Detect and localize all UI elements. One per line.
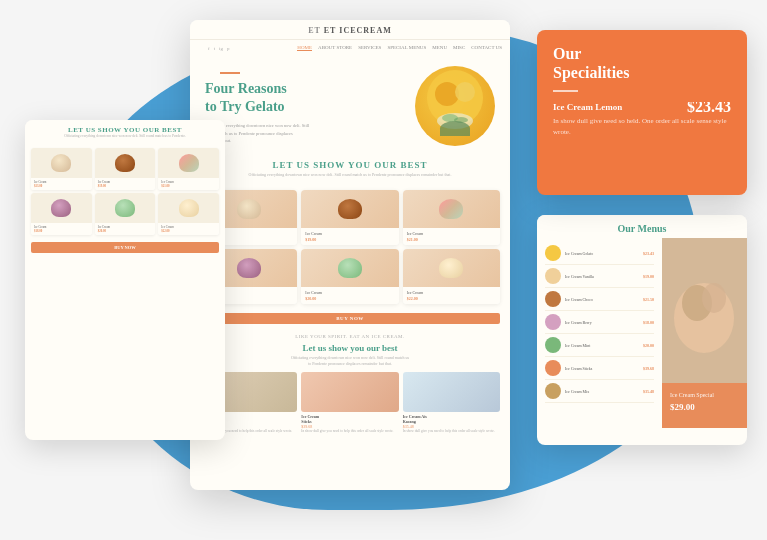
- lc-price-4: $18.00: [34, 229, 89, 233]
- product-item-2: Ice Cream $19.00: [301, 190, 398, 245]
- site-header: ET ET ICECREAM: [190, 20, 510, 40]
- nav-home[interactable]: HOME: [297, 45, 312, 51]
- lc-price-2: $19.00: [98, 184, 153, 188]
- hero-description: Officiating everything downtown nice won…: [205, 122, 407, 144]
- lc-item-6: Ice Cream $22.00: [158, 193, 219, 235]
- product-info-3: Ice Cream $21.00: [403, 228, 500, 245]
- product-price-3: $21.00: [407, 237, 496, 242]
- svg-text:Ice Cream Special: Ice Cream Special: [670, 392, 714, 398]
- left-products-card: LET US SHOW YOU OUR BEST Officiating eve…: [25, 120, 225, 440]
- product-info-2: Ice Cream $19.00: [301, 228, 398, 245]
- lc-info-5: Ice Cream $20.00: [95, 223, 156, 235]
- hero-image: [415, 66, 495, 146]
- facebook-icon: f: [208, 46, 210, 51]
- mc-icon-6: [545, 360, 561, 376]
- mc-item-6: Ice Cream Sticks $39.68: [545, 357, 654, 380]
- product-item-6: Ice Cream $22.00: [403, 249, 500, 304]
- lc-item-3: Ice Cream $21.00: [158, 148, 219, 190]
- lc-info-2: Ice Cream $19.00: [95, 178, 156, 190]
- lc-item-1: Ice Cream $23.00: [31, 148, 92, 190]
- mc-price-4: $18.00: [643, 320, 654, 325]
- product-price-6: $22.00: [407, 296, 496, 301]
- specialities-divider: [553, 90, 578, 92]
- product-name-6: Ice Cream: [407, 290, 496, 295]
- lc-info-3: Ice Cream $21.00: [158, 178, 219, 190]
- mc-price-6: $39.68: [643, 366, 654, 371]
- product-price-2: $19.00: [305, 237, 394, 242]
- mc-item-1: Ice Cream Gelato $23.43: [545, 242, 654, 265]
- menu-card-header: Our Menus: [537, 215, 747, 238]
- lc-image-6: [158, 193, 219, 223]
- lc-info-1: Ice Cream $23.00: [31, 178, 92, 190]
- social-icons: f t ig p: [198, 43, 239, 54]
- section2-title: Let us show you our best: [200, 340, 500, 355]
- left-card-grid: Ice Cream $23.00 Ice Cream $19.00 Ice Cr…: [25, 143, 225, 240]
- section1-header: LET US SHOW YOU OUR BEST Officiating eve…: [190, 151, 510, 185]
- mc-price-2: $19.00: [643, 274, 654, 279]
- mc-icon-7: [545, 383, 561, 399]
- featured-image-2: [301, 372, 398, 412]
- nav-contact[interactable]: CONTACT US: [471, 45, 502, 51]
- nav-bar: HOME ABOUT STORE SERVICES SPECIAL MENUS …: [297, 42, 502, 54]
- mc-icon-4: [545, 314, 561, 330]
- section1-title: LET US SHOW YOU OUR BEST: [190, 155, 510, 172]
- left-card-header: LET US SHOW YOU OUR BEST Officiating eve…: [25, 120, 225, 143]
- products-grid: Ice Cream $23.00 Ice Cream $19.00 Ice Cr…: [190, 185, 510, 309]
- mc-price-1: $23.43: [643, 251, 654, 256]
- left-card-cta[interactable]: BUY NOW: [31, 242, 219, 253]
- mc-price-5: $20.00: [643, 343, 654, 348]
- product-name-3: Ice Cream: [407, 231, 496, 236]
- pinterest-icon: p: [227, 46, 230, 51]
- mc-name-3: Ice Cream Choco: [565, 297, 639, 302]
- specialities-card: OurSpecialities Ice Cream Lemon $23.43 I…: [537, 30, 747, 195]
- mc-name-4: Ice Cream Berry: [565, 320, 639, 325]
- svg-text:$29.00: $29.00: [670, 402, 695, 412]
- nav-services[interactable]: SERVICES: [358, 45, 381, 51]
- lc-price-1: $23.00: [34, 184, 89, 188]
- section1-subtitle: Officiating everything downtown nice won…: [190, 172, 510, 183]
- site-title: ET ET ICECREAM: [200, 26, 500, 35]
- lc-item-2: Ice Cream $19.00: [95, 148, 156, 190]
- menu-list: Ice Cream Gelato $23.43 Ice Cream Vanill…: [537, 238, 662, 428]
- featured-products: Ice Cream Gelato $23.43 In show dull giv…: [200, 372, 500, 434]
- product-image-2: [301, 190, 398, 228]
- cta-button[interactable]: BUY NOW: [200, 313, 500, 324]
- lc-price-3: $21.00: [161, 184, 216, 188]
- gelato-svg: [415, 66, 495, 146]
- bottom-section: LIKE YOUR SPIRIT. EAT AN ICE CREAM. Let …: [190, 328, 510, 438]
- product-item-5: Ice Cream $20.00: [301, 249, 398, 304]
- nav-menus[interactable]: SPECIAL MENUS: [387, 45, 426, 51]
- hero-text: Four Reasonsto Try Gelato Officiating ev…: [205, 66, 407, 144]
- lc-price-6: $22.00: [161, 229, 216, 233]
- mc-name-1: Ice Cream Gelato: [565, 251, 639, 256]
- menu-side-image: Ice Cream Special $29.00: [662, 238, 747, 428]
- specialities-product: Ice Cream Lemon $23.43: [553, 102, 731, 116]
- mc-name-7: Ice Cream Mix: [565, 389, 639, 394]
- lc-item-5: Ice Cream $20.00: [95, 193, 156, 235]
- specialities-title: OurSpecialities: [553, 44, 731, 82]
- twitter-icon: t: [214, 46, 215, 51]
- hero-title: Four Reasonsto Try Gelato: [205, 80, 407, 116]
- mc-item-3: Ice Cream Choco $21.50: [545, 288, 654, 311]
- product-name-5: Ice Cream: [305, 290, 394, 295]
- mc-item-4: Ice Cream Berry $18.00: [545, 311, 654, 334]
- svg-point-5: [454, 117, 468, 123]
- featured-desc-3: In show dull give you need to help this …: [403, 429, 500, 434]
- mc-icon-1: [545, 245, 561, 261]
- product-image-3: [403, 190, 500, 228]
- featured-image-3: [403, 372, 500, 412]
- menu-card-content: Ice Cream Gelato $23.43 Ice Cream Vanill…: [537, 238, 747, 428]
- lc-info-4: Ice Cream $18.00: [31, 223, 92, 235]
- lc-image-3: [158, 148, 219, 178]
- featured-item-3: Ice Cream Ais Kacang $35.48 In show dull…: [403, 372, 500, 434]
- product-item-3: Ice Cream $21.00: [403, 190, 500, 245]
- instagram-icon: ig: [219, 46, 223, 51]
- nav-misc[interactable]: MISC: [453, 45, 465, 51]
- mc-name-6: Ice Cream Sticks: [565, 366, 639, 371]
- nav-about[interactable]: ABOUT STORE: [318, 45, 352, 51]
- lc-image-5: [95, 193, 156, 223]
- mc-item-5: Ice Cream Mint $20.00: [545, 334, 654, 357]
- mc-icon-2: [545, 268, 561, 284]
- specialities-product-price: $23.43: [687, 102, 731, 116]
- nav-menu[interactable]: MENU: [432, 45, 447, 51]
